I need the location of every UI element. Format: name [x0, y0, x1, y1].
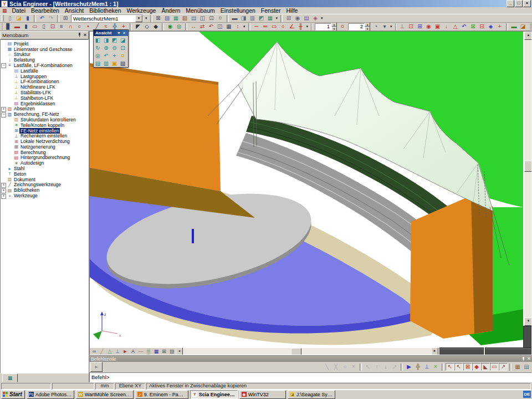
spin-up-icon[interactable]: ▴ [365, 23, 370, 27]
scroll-up-icon[interactable]: ▲ [524, 32, 532, 40]
new-file-button[interactable]: ▯ [6, 14, 14, 22]
sidebar-item-berechnung[interactable]: ▤Berechnung [1, 150, 88, 155]
link-parts-button[interactable]: ∞ [90, 348, 98, 355]
hinge-node-button[interactable]: ◈ [487, 23, 495, 30]
spin-down-icon[interactable]: ▾ [331, 27, 337, 31]
expander-plus-icon[interactable]: + [1, 193, 7, 199]
load-point-button[interactable]: ▣ [433, 23, 442, 30]
draw-rect-button[interactable]: ▭ [270, 23, 279, 30]
draw-dimension-button[interactable]: ╫ [296, 23, 305, 30]
redo-button[interactable]: ↷ [47, 14, 55, 22]
grid-toggle-button[interactable]: ▦ [152, 348, 160, 355]
column-button[interactable]: ▮ [22, 23, 30, 30]
sidebar-item-dokument[interactable]: ▥Dokument [1, 177, 88, 182]
task-wartmühle-screenshot1[interactable]: WWartMühle Screenshot1... [76, 390, 134, 399]
pin-icon[interactable] [77, 33, 81, 37]
task-j-seagate-sync-syncre[interactable]: ◪J:\Seagate Sync\SyncRe... [288, 390, 335, 399]
rib-button[interactable]: ≡ [57, 23, 66, 30]
support-node-button[interactable]: ◉ [424, 23, 433, 30]
print-preview-button[interactable]: ◨ [239, 14, 248, 22]
task-adobe-photoshop-cs3-e[interactable]: PsAdobe Photoshop CS3 E... [27, 390, 74, 399]
sidebar-item-lastfälle-lf-kombinationen[interactable]: −≡Lastfälle, LF-Kombinationen [1, 63, 88, 68]
zoom-previous-button[interactable]: ↶ [102, 52, 110, 59]
menu-menübaum[interactable]: Menübaum [183, 7, 218, 14]
clip-plane-button[interactable]: ▥ [102, 59, 110, 67]
load-surface-button[interactable]: △ [451, 23, 460, 30]
sidebar-item-zeichnungswerkzeuge[interactable]: +╱Zeichnungswerkzeuge [1, 182, 88, 188]
zoom-in-button[interactable]: ⊕ [102, 44, 110, 52]
viewport-canvas[interactable]: z x [90, 32, 523, 348]
window-settings-button[interactable]: ¤ [216, 14, 225, 22]
copy-to-clipboard-button[interactable]: ▤ [190, 14, 198, 22]
language-indicator[interactable]: DE [523, 391, 531, 398]
sidebar-item-netzgenerierung[interactable]: ▦Netzgenerierung [1, 144, 88, 150]
mesh-refine-button[interactable]: ⊟ [478, 23, 487, 30]
expander-minus-icon[interactable]: − [1, 62, 7, 68]
sidebar-item-fe-netz-einstellen[interactable]: ⊞FE-Netz einstellen [1, 128, 88, 134]
snap-intersection-button[interactable]: ◆ [472, 363, 481, 371]
group-dropdown-icon[interactable]: ▾ [320, 16, 324, 21]
edit-mode-button[interactable]: ╱ [98, 348, 106, 355]
document-preview-button[interactable]: ▥ [248, 14, 257, 22]
snap-ortho-button[interactable]: ⊥ [422, 363, 431, 371]
menu-ändern[interactable]: Ändern [158, 7, 183, 14]
scroll-down-icon[interactable]: ▼ [524, 318, 532, 326]
pan-view-button[interactable]: + [110, 52, 119, 59]
draw-polyline-cmd-button[interactable]: ╳ [331, 363, 340, 371]
support-hinged-button[interactable]: ⊡ [407, 23, 416, 30]
view-side-button[interactable]: ◩ [110, 36, 119, 44]
light-toggle-button[interactable]: ¤ [119, 52, 127, 59]
support-fixed-button[interactable]: ⊥ [398, 23, 407, 30]
node-button[interactable]: • [84, 23, 93, 30]
menu-fenster[interactable]: Fenster [258, 7, 284, 14]
wall-button[interactable]: ▯ [39, 23, 48, 30]
snap-mid-button[interactable]: ⊠ [463, 363, 472, 371]
task-wintv32[interactable]: ◉WinTV32 [239, 390, 286, 399]
zoom-all-button[interactable]: ◎ [94, 52, 102, 59]
view-colors-button[interactable]: ▣ [110, 59, 119, 67]
layer-manager-button[interactable]: ◈ [311, 14, 320, 22]
sidebar-item-berechnung-fe-netz[interactable]: −▥Berechnung, FE-Netz [1, 111, 88, 117]
group-dropdown-icon[interactable]: ▾ [389, 24, 393, 29]
screenshot-button[interactable]: ▦ [266, 14, 275, 22]
labels-toggle-button[interactable]: ► [121, 348, 129, 355]
draw-line-button[interactable]: ─ [252, 23, 261, 30]
load-line-button[interactable]: ↓ [442, 23, 451, 30]
draw-circle-button[interactable]: ○ [279, 23, 288, 30]
group-dropdown-icon[interactable]: ▾ [275, 16, 279, 21]
spin-down-icon[interactable]: ▾ [365, 27, 370, 31]
open-project-button[interactable]: ◪ [14, 14, 23, 22]
activity-toggle-button[interactable]: ¤ [338, 23, 347, 30]
snap-grid-button[interactable]: ╬ [413, 363, 422, 371]
zoom-window-button[interactable]: ⊡ [119, 44, 127, 52]
select-polygon-button[interactable]: ◇ [142, 23, 151, 30]
undo-button[interactable]: ↶ [38, 14, 47, 22]
arch-button[interactable]: ∩ [66, 23, 75, 30]
combo-dropdown-icon[interactable]: ▾ [135, 15, 142, 22]
close-viewport-button[interactable]: ⊠ [154, 14, 163, 22]
task-scia-engineer-wett[interactable]: YScia Engineer - [Wett... [190, 390, 238, 399]
sidebar-item-belastung[interactable]: ↓Belastung [1, 57, 88, 63]
snap-clear-button[interactable]: × [431, 363, 440, 371]
menu-datei[interactable]: Datei [9, 7, 29, 14]
hide-selection-button[interactable]: ◎ [175, 23, 183, 30]
menu-bibliotheken[interactable]: Bibliotheken [86, 7, 124, 14]
select-previous-button[interactable]: ◆ [151, 23, 160, 30]
export-view-button[interactable]: ◪ [519, 23, 528, 30]
stretch-button[interactable]: ↕ [233, 23, 242, 30]
cursor-int-button[interactable]: ↗ [390, 363, 399, 371]
plate-button[interactable]: ▭ [30, 23, 39, 30]
sidebar-item-rechenkern-einstellen[interactable]: ⊥Rechenkern einstellen [1, 133, 88, 139]
sidebar-close-icon[interactable]: × [84, 33, 86, 38]
vertical-scroll-thumb[interactable] [524, 161, 532, 172]
expander-minus-icon[interactable]: − [1, 111, 7, 117]
draw-circle-cmd-button[interactable]: ○ [340, 363, 349, 371]
maximize-button[interactable]: □ [515, 0, 523, 7]
sidebar-item-linienraster-und-geschosse[interactable]: ▦Linienraster und Geschosse [1, 47, 88, 52]
text-labels-button[interactable]: A [129, 348, 137, 355]
sidebar-item-lokale-netzverdichtung[interactable]: ⊞Lokale Netzverdichtung [1, 139, 88, 144]
cursor-up-button[interactable]: ↖ [364, 363, 372, 371]
snap-tangent-button[interactable]: ▭ [490, 363, 499, 371]
activity-spinner[interactable]: 1 ▴▾ [315, 23, 337, 30]
project-manager-button[interactable]: ⊞ [61, 14, 70, 22]
